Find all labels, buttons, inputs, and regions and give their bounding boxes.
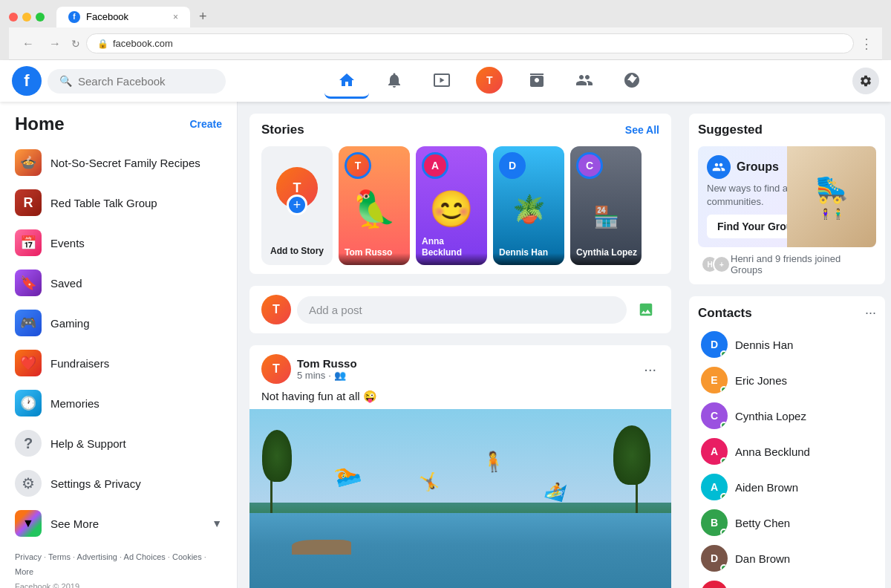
news-feed: Stories See All T + Add to Story T xyxy=(238,102,683,588)
add-story-label: Add to Story xyxy=(270,246,324,256)
contact-item-aiden-brown[interactable]: A Aiden Brown xyxy=(698,469,876,505)
minimize-dot[interactable] xyxy=(22,13,31,22)
story-name-tom: Tom Russo xyxy=(345,247,407,259)
groups-icon-svg xyxy=(712,160,725,174)
back-button[interactable]: ← xyxy=(18,36,39,52)
tab-bar: f Facebook × + xyxy=(9,6,882,27)
contact-name-aiden-brown: Aiden Brown xyxy=(735,481,798,494)
refresh-button[interactable]: ↻ xyxy=(71,38,80,50)
contact-item-cynthia-lopez[interactable]: C Cynthia Lopez xyxy=(698,398,876,434)
stories-row: T + Add to Story T Tom Russo 🦜 xyxy=(261,146,659,265)
nav-item-notifications[interactable] xyxy=(372,63,417,99)
nav-item-watch[interactable] xyxy=(420,63,464,99)
ad-choices-link[interactable]: Ad Choices xyxy=(124,552,166,561)
close-dot[interactable] xyxy=(9,13,18,22)
nav-item-messenger[interactable] xyxy=(610,63,654,99)
stories-section: Stories See All T + Add to Story T xyxy=(249,114,671,274)
tab-close-icon[interactable]: × xyxy=(173,12,178,22)
stories-header: Stories See All xyxy=(261,122,659,137)
groups-friends-row: H + Henri and 9 friends joined Groups xyxy=(698,247,876,275)
story-card-anna[interactable]: A Anna Becklund 😊 xyxy=(416,146,487,265)
search-bar[interactable]: 🔍 xyxy=(48,69,226,94)
tab-favicon: f xyxy=(68,11,80,23)
address-bar[interactable]: 🔒 facebook.com xyxy=(86,33,854,53)
memories-icon: 🕐 xyxy=(15,390,42,416)
post-audience-icon: 👥 xyxy=(334,370,346,381)
contacts-more-button[interactable]: ··· xyxy=(865,305,876,321)
contact-name-anna-becklund: Anna Becklund xyxy=(735,445,810,458)
create-post-section: T Add a post xyxy=(249,286,671,333)
sidebar-item-label-recipes: Not-So-Secret Family Recipes xyxy=(50,157,200,169)
story-avatar-dennis: D xyxy=(499,152,526,179)
sidebar-item-memories[interactable]: 🕐 Memories xyxy=(6,384,231,422)
sidebar-item-saved[interactable]: 🔖 Saved xyxy=(6,264,231,302)
story-card-tom[interactable]: T Tom Russo 🦜 xyxy=(339,146,410,265)
settings-button[interactable] xyxy=(852,68,879,94)
contact-avatar-aiden-brown: A xyxy=(701,474,728,500)
post-author-avatar: T xyxy=(261,354,291,384)
sidebar-item-recipes[interactable]: 🍲 Not-So-Secret Family Recipes xyxy=(6,143,231,182)
photo-icon xyxy=(638,301,654,318)
contact-item-anna-becklund[interactable]: A Anna Becklund xyxy=(698,434,876,469)
right-sidebar: Suggested Groups New ways to find and jo… xyxy=(683,102,891,588)
story-overlay-dennis: Dennis Han xyxy=(493,253,564,265)
story-name-dennis: Dennis Han xyxy=(499,247,561,259)
sidebar-item-gaming[interactable]: 🎮 Gaming xyxy=(6,304,231,342)
nav-center: T xyxy=(324,63,654,99)
saved-icon: 🔖 xyxy=(15,270,42,296)
post-separator: · xyxy=(328,370,331,381)
browser-menu-button[interactable]: ⋮ xyxy=(860,36,873,52)
chevron-down-icon: ▼ xyxy=(212,517,222,529)
new-tab-button[interactable]: + xyxy=(193,6,213,27)
settings-icon: ⚙ xyxy=(15,470,42,497)
copyright: Facebook © 2019 xyxy=(15,580,222,588)
window-controls xyxy=(9,13,45,22)
cookies-link[interactable]: Cookies xyxy=(172,552,202,561)
sidebar-item-label-fundraisers: Fundraisers xyxy=(50,357,109,370)
sidebar-item-settings[interactable]: ⚙ Settings & Privacy xyxy=(6,464,231,503)
terms-link[interactable]: Terms xyxy=(48,552,71,561)
nav-item-marketplace[interactable] xyxy=(515,63,559,99)
nav-item-profile[interactable]: T xyxy=(467,63,512,99)
recipes-icon: 🍲 xyxy=(15,149,42,176)
contact-item-betty-chen[interactable]: B Betty Chen xyxy=(698,505,876,540)
story-card-dennis[interactable]: D Dennis Han 🪴 xyxy=(493,146,564,265)
see-all-stories-button[interactable]: See All xyxy=(625,124,659,136)
sidebar-item-events[interactable]: 📅 Events xyxy=(6,223,231,262)
forward-button[interactable]: → xyxy=(45,36,65,52)
story-overlay-anna: Anna Becklund xyxy=(416,253,487,265)
sidebar-item-see-more[interactable]: ▼ See More ▼ xyxy=(6,504,231,543)
create-button[interactable]: Create xyxy=(189,118,222,130)
search-input[interactable] xyxy=(78,75,214,88)
add-photo-button[interactable] xyxy=(633,296,659,323)
post-author-name[interactable]: Tom Russo xyxy=(297,357,641,370)
privacy-link[interactable]: Privacy xyxy=(15,552,42,561)
contact-item-dan-brown[interactable]: D Dan Brown xyxy=(698,540,876,576)
browser-tab[interactable]: f Facebook × xyxy=(56,7,190,27)
add-story-card[interactable]: T + Add to Story xyxy=(261,146,333,265)
contact-item-henri-cook[interactable]: H Henri Cook xyxy=(698,576,876,588)
maximize-dot[interactable] xyxy=(36,13,45,22)
contact-item-eric-jones[interactable]: E Eric Jones xyxy=(698,362,876,398)
contact-name-dennis-han: Dennis Han xyxy=(735,339,793,351)
sidebar-item-red-table[interactable]: R Red Table Talk Group xyxy=(6,183,231,222)
facebook-logo[interactable]: f xyxy=(12,66,42,96)
story-card-cynthia[interactable]: C Cynthia Lopez 🏪 xyxy=(570,146,642,265)
nav-item-home[interactable] xyxy=(324,63,369,99)
browser-nav-bar: ← → ↻ 🔒 facebook.com ⋮ xyxy=(9,27,882,60)
suggested-title: Suggested xyxy=(698,122,876,137)
marketplace-icon xyxy=(528,71,546,89)
facebook-app: f 🔍 T xyxy=(0,60,891,588)
more-link[interactable]: More xyxy=(15,567,33,576)
contact-name-dan-brown: Dan Brown xyxy=(735,552,790,565)
help-icon: ? xyxy=(15,430,42,457)
sidebar-item-fundraisers[interactable]: ❤️ Fundraisers xyxy=(6,344,231,382)
advertising-link[interactable]: Advertising xyxy=(77,552,117,561)
nav-item-groups[interactable] xyxy=(562,63,607,99)
contact-item-dennis-han[interactable]: D Dennis Han xyxy=(698,327,876,362)
sidebar-item-help[interactable]: ? Help & Support xyxy=(6,424,231,463)
fundraisers-icon: ❤️ xyxy=(15,350,42,376)
post-more-button[interactable]: ··· xyxy=(641,358,659,381)
post-input[interactable]: Add a post xyxy=(297,296,627,324)
sidebar-item-label-memories: Memories xyxy=(50,397,99,410)
